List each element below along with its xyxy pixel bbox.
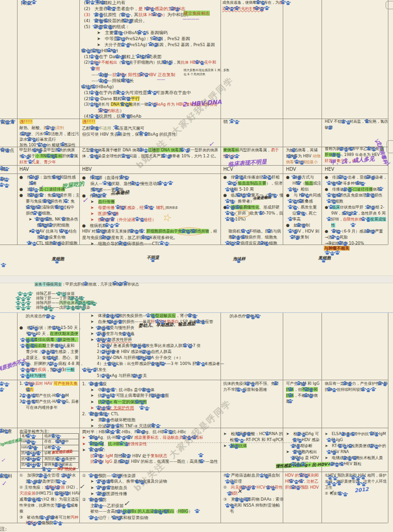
paw-print-sticker [107, 347, 110, 349]
paw-print-sticker [297, 225, 300, 227]
paw-print-sticker [27, 298, 30, 300]
paw-print-sticker [141, 482, 144, 484]
paw-print-sticker [235, 177, 238, 179]
paw-print-sticker [102, 408, 105, 411]
paw-print-sticker [341, 434, 345, 436]
paw-print-sticker [242, 487, 245, 490]
paw-print-sticker [226, 207, 229, 209]
paw-print-sticker [235, 447, 238, 449]
paw-print-sticker [348, 190, 351, 192]
paw-sticker-layer [0, 0, 393, 532]
paw-print-sticker [65, 232, 68, 234]
paw-print-sticker [56, 487, 60, 490]
paw-print-sticker [95, 438, 98, 440]
paw-print-sticker [101, 219, 104, 221]
paw-print-sticker [158, 15, 161, 17]
paw-print-sticker [41, 517, 44, 520]
paw-print-sticker [189, 346, 192, 348]
paw-print-sticker [107, 359, 110, 361]
paw-print-sticker [46, 127, 49, 130]
paw-print-sticker [142, 57, 145, 59]
paw-print-sticker [5, 476, 8, 478]
paw-print-sticker [53, 359, 56, 361]
paw-print-sticker [235, 122, 238, 124]
paw-print-sticker [33, 150, 36, 152]
paw-print-sticker [121, 14, 125, 17]
paw-print-sticker [351, 225, 355, 227]
paw-print-sticker [127, 99, 130, 101]
paw-print-sticker [339, 149, 343, 151]
paw-print-sticker [372, 389, 375, 391]
paw-print-sticker [102, 488, 105, 490]
paw-print-sticker [297, 383, 300, 385]
paw-print-sticker [193, 437, 196, 439]
paw-print-sticker [339, 177, 342, 179]
paw-print-sticker [121, 208, 125, 210]
paw-print-sticker [45, 238, 48, 240]
paw-print-sticker [41, 220, 44, 222]
paw-print-sticker [56, 441, 60, 443]
paw-print-sticker [348, 384, 351, 386]
paw-print-sticker [158, 39, 161, 41]
paw-print-sticker [192, 231, 195, 233]
paw-print-sticker [127, 437, 131, 439]
paw-print-sticker [32, 442, 35, 445]
paw-print-sticker [86, 1, 89, 4]
paw-print-sticker [44, 226, 47, 228]
paw-print-sticker [231, 190, 234, 192]
paw-print-sticker [95, 57, 99, 60]
paw-print-sticker [236, 207, 239, 209]
paw-print-sticker [127, 156, 130, 159]
paw-print-sticker [231, 506, 234, 508]
paw-print-sticker [372, 149, 375, 151]
paw-print-sticker [300, 481, 303, 483]
paw-print-sticker [131, 183, 134, 185]
paw-print-sticker [137, 56, 140, 58]
paw-print-sticker [99, 462, 102, 464]
paw-print-sticker [127, 456, 130, 458]
paw-print-sticker [375, 434, 378, 436]
paw-print-sticker [43, 145, 46, 148]
paw-print-sticker [22, 308, 25, 311]
paw-print-sticker [337, 232, 340, 234]
paw-print-sticker [84, 283, 87, 286]
paw-print-sticker [169, 432, 173, 434]
paw-print-sticker [102, 482, 105, 484]
paw-print-sticker [333, 184, 336, 186]
paw-print-sticker [141, 220, 144, 222]
paw-print-sticker [107, 377, 110, 379]
paw-print-sticker [169, 183, 172, 185]
paw-print-sticker [181, 149, 184, 152]
paw-print-sticker [47, 353, 50, 355]
paw-print-sticker [49, 364, 52, 366]
paw-print-sticker [188, 438, 191, 440]
paw-print-sticker [362, 389, 365, 391]
paw-print-sticker [38, 214, 42, 216]
paw-print-sticker [28, 523, 31, 525]
paw-print-sticker [80, 298, 83, 300]
paw-print-sticker [242, 231, 245, 233]
paw-print-sticker [328, 389, 331, 391]
paw-print-sticker [123, 334, 126, 336]
paw-print-sticker [27, 465, 30, 467]
paw-print-sticker [302, 435, 305, 437]
paw-print-sticker [40, 195, 43, 197]
paw-print-sticker [97, 231, 100, 233]
paw-print-sticker [101, 237, 105, 239]
paw-print-sticker [5, 169, 8, 171]
paw-print-sticker [61, 460, 65, 462]
paw-print-sticker [142, 389, 145, 392]
paw-print-sticker [265, 8, 268, 10]
paw-print-sticker [57, 340, 60, 342]
paw-print-sticker [335, 465, 339, 467]
paw-print-sticker [95, 476, 98, 478]
paw-print-sticker [89, 383, 93, 386]
paw-print-sticker [293, 440, 297, 442]
paw-print-sticker [21, 133, 24, 136]
paw-print-sticker [281, 2, 285, 4]
paw-print-sticker [36, 232, 40, 234]
paw-print-sticker [357, 478, 360, 480]
paw-print-sticker [126, 105, 129, 107]
paw-print-sticker [111, 432, 114, 434]
paw-print-sticker [113, 517, 116, 520]
